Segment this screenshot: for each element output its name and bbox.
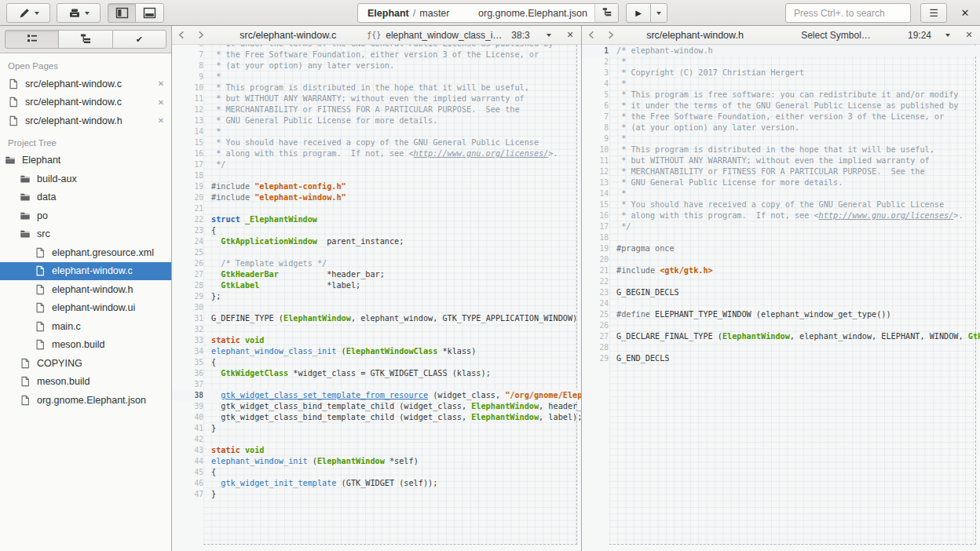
code-line[interactable]: 13 * GNU General Public License for more… (582, 177, 980, 188)
tree-item[interactable]: org.gnome.Elephant.json (0, 391, 171, 410)
code-line[interactable]: 40 gtk_widget_class_bind_template_child … (172, 412, 581, 423)
code-line[interactable]: 35{ (172, 357, 581, 368)
code-line[interactable]: 4 * (582, 78, 980, 89)
code-line[interactable]: 28 (582, 342, 980, 353)
tree-item[interactable]: elephant-window.ui (0, 299, 171, 318)
tree-item[interactable]: elephant-window.c (0, 262, 171, 281)
open-page-item[interactable]: src/elephant-window.c✕ (0, 75, 171, 93)
tab-todo[interactable]: ✔ (112, 30, 166, 49)
code-line[interactable]: 21 (172, 203, 581, 214)
code-line[interactable]: 17 */ (582, 221, 980, 232)
tree-item[interactable]: main.c (0, 317, 171, 336)
code-line[interactable]: 3 * Copyright (C) 2017 Christian Hergert (582, 68, 980, 78)
code-line[interactable]: 39 gtk_widget_class_bind_template_child … (172, 401, 581, 412)
code-line[interactable]: 27G_DECLARE_FINAL_TYPE (ElephantWindow, … (582, 331, 980, 342)
code-line[interactable]: 24 GtkApplicationWindow parent_instance; (172, 236, 581, 247)
back-icon[interactable] (582, 26, 601, 45)
run-button[interactable]: ▶ (626, 3, 651, 23)
search-input[interactable] (785, 3, 911, 23)
code-line[interactable]: 7 * the Free Software Foundation, either… (582, 111, 980, 122)
code-line[interactable]: 27 GtkHeaderBar *header_bar; (172, 269, 581, 280)
run-options-button[interactable] (650, 3, 667, 23)
build-profile-button[interactable] (57, 3, 101, 23)
code-line[interactable]: 17 */ (172, 159, 581, 170)
symbol-selector[interactable]: ƒ{} elephant_window_class_i… (367, 30, 503, 41)
code-line[interactable]: 26 (582, 320, 980, 331)
code-line[interactable]: 2 * (582, 57, 980, 68)
tree-item[interactable]: elephant.gresource.xml (0, 243, 171, 262)
code-line[interactable]: 46 gtk_widget_init_template (GTK_WIDGET … (172, 478, 581, 489)
build-target-button[interactable] (594, 4, 618, 22)
code-line[interactable]: 26 /* Template widgets */ (172, 258, 581, 269)
code-line[interactable]: 10 * This program is distributed in the … (172, 82, 581, 93)
code-line[interactable]: 32 (172, 324, 581, 335)
code-line[interactable]: 37 (172, 379, 581, 390)
code-line[interactable]: 38 gtk_widget_class_set_template_from_re… (172, 390, 581, 401)
code-line[interactable]: 28 GtkLabel *label; (172, 280, 581, 291)
tree-item[interactable]: elephant-window.h (0, 280, 171, 299)
code-line[interactable]: 18 (582, 232, 980, 243)
close-editor-button[interactable]: ✕ (958, 30, 980, 40)
toggle-left-panel-button[interactable] (108, 3, 137, 23)
code-line[interactable]: 30 (172, 302, 581, 313)
code-line[interactable]: 1/* elephant-window.h (582, 46, 980, 57)
code-line[interactable]: 31G_DEFINE_TYPE (ElephantWindow, elephan… (172, 313, 581, 324)
code-line[interactable]: 44elephant_window_init (ElephantWindow *… (172, 456, 581, 467)
tab-build-targets[interactable] (58, 30, 112, 49)
code-line[interactable]: 36 GtkWidgetClass *widget_class = GTK_WI… (172, 368, 581, 379)
code-line[interactable]: 8 * (at your option) any later version. (172, 60, 581, 71)
code-line[interactable]: 16 * along with this program. If not, se… (582, 210, 980, 221)
code-line[interactable]: 19#include "elephant-config.h" (172, 181, 581, 192)
open-page-item[interactable]: src/elephant-window.h✕ (0, 111, 171, 130)
tree-item[interactable]: build-aux (0, 170, 171, 188)
toggle-bottom-panel-button[interactable] (135, 3, 164, 23)
code-line[interactable]: 9 * (172, 71, 581, 82)
code-line[interactable]: 22struct _ElephantWindow (172, 214, 581, 225)
code-line[interactable]: 13 * GNU General Public License for more… (172, 115, 581, 126)
close-icon[interactable]: ✕ (151, 79, 171, 88)
code-line[interactable]: 15 * You should have received a copy of … (172, 137, 581, 148)
symbol-selector[interactable]: Select Symbol… (770, 30, 901, 41)
code-line[interactable]: 14 * (582, 188, 980, 199)
code-line[interactable]: 11 * but WITHOUT ANY WARRANTY; without e… (172, 93, 581, 104)
forward-icon[interactable] (601, 26, 620, 45)
tree-item[interactable]: data (0, 188, 171, 207)
code-line[interactable]: 20#include "elephant-window.h" (172, 192, 581, 203)
window-close-button[interactable]: ✕ (955, 3, 975, 23)
close-editor-button[interactable]: ✕ (559, 30, 581, 40)
code-line[interactable]: 16 * along with this program. If not, se… (172, 148, 581, 159)
code-line[interactable]: 34elephant_window_class_init (ElephantWi… (172, 346, 581, 357)
code-editor[interactable]: 6 * it under the terms of the GNU Genera… (172, 45, 581, 551)
code-line[interactable]: 15 * You should have received a copy of … (582, 199, 980, 210)
tree-item[interactable]: meson.build (0, 336, 171, 355)
code-line[interactable]: 24 (582, 298, 980, 309)
code-line[interactable]: 29}; (172, 291, 581, 302)
tree-item[interactable]: COPYING (0, 354, 171, 373)
editor-options-button[interactable] (539, 34, 559, 37)
close-icon[interactable]: ✕ (151, 98, 171, 107)
code-line[interactable]: 9 * (582, 133, 980, 144)
open-page-item[interactable]: src/elephant-window.c✕ (0, 93, 171, 112)
code-line[interactable]: 7 * the Free Software Foundation, either… (172, 49, 581, 60)
code-line[interactable]: 29G_END_DECLS (582, 353, 980, 364)
omnibar[interactable]: Elephant / master org.gnome.Elephant.jso… (357, 3, 619, 23)
code-line[interactable]: 8 * (at your option) any later version. (582, 122, 980, 133)
code-line[interactable]: 33static void (172, 335, 581, 346)
code-line[interactable]: 20 (582, 254, 980, 265)
code-line[interactable]: 12 * MERCHANTABILITY or FITNESS FOR A PA… (582, 166, 980, 177)
code-line[interactable]: 42 (172, 434, 581, 445)
back-icon[interactable] (172, 26, 191, 45)
code-line[interactable]: 41} (172, 423, 581, 434)
code-line[interactable]: 25 (172, 247, 581, 258)
tree-item[interactable]: Elephant (0, 151, 171, 170)
code-line[interactable]: 21#include <gtk/gtk.h> (582, 265, 980, 276)
code-line[interactable]: 43static void (172, 445, 581, 456)
forward-icon[interactable] (191, 26, 210, 45)
code-line[interactable]: 22 (582, 276, 980, 287)
close-icon[interactable]: ✕ (151, 116, 171, 125)
tree-item[interactable]: meson.build (0, 373, 171, 392)
code-line[interactable]: 45{ (172, 467, 581, 478)
code-line[interactable]: 12 * MERCHANTABILITY or FITNESS FOR A PA… (172, 104, 581, 115)
code-line[interactable]: 10 * This program is distributed in the … (582, 144, 980, 155)
tab-open-pages[interactable] (5, 30, 59, 49)
